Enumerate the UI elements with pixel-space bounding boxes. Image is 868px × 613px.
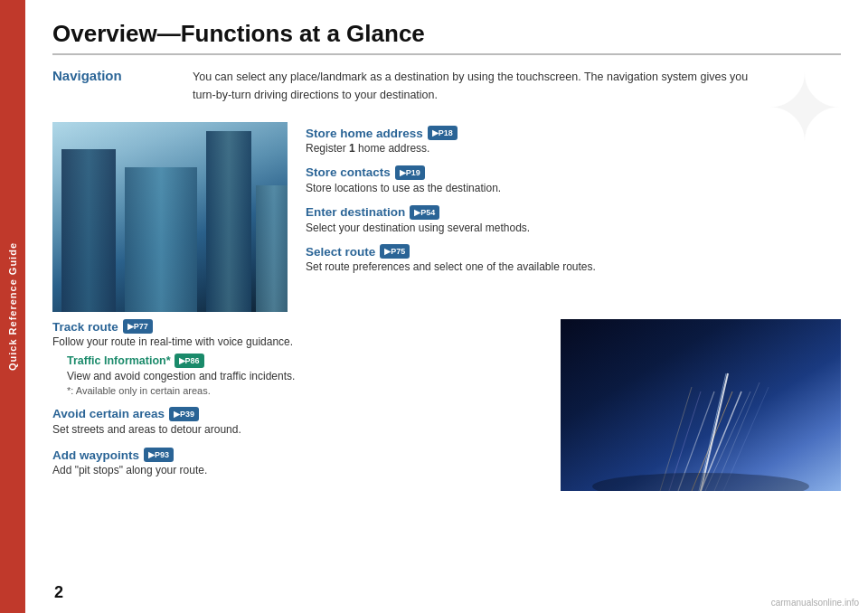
main-content: Overview—Functions at a Glance Navigatio…: [25, 0, 868, 613]
badge-p54: ▶P54: [410, 205, 439, 220]
feature-select-route: Select route ▶P75 Set route preferences …: [306, 244, 841, 275]
road-photo: [561, 319, 841, 491]
badge-p18: ▶P18: [428, 126, 458, 140]
feature-add-waypoints: Add waypoints ▶P93 Add "pit stops" along…: [52, 448, 542, 478]
sidebar-label: Quick Reference Guide: [7, 242, 18, 371]
badge-p77: ▶P77: [123, 319, 153, 334]
site-watermark: carmanualsonline.info: [771, 598, 859, 608]
traffic-title: Traffic Information* ▶P86: [67, 354, 542, 368]
traffic-note: *: Available only in certain areas.: [67, 385, 542, 396]
building-shape-1: [206, 131, 251, 312]
road-svg: [561, 319, 841, 491]
page-title: Overview—Functions at a Glance: [52, 20, 841, 55]
badge-p39: ▶P39: [169, 407, 199, 421]
svg-rect-0: [561, 319, 841, 491]
feature-select-route-title: Select route ▶P75: [306, 244, 841, 259]
feature-avoid-areas-title: Avoid certain areas ▶P39: [52, 407, 542, 421]
feature-avoid-areas: Avoid certain areas ▶P39 Set streets and…: [52, 407, 542, 438]
traffic-desc: View and avoid congestion and traffic in…: [67, 369, 542, 384]
feature-select-route-desc: Set route preferences and select one of …: [306, 259, 841, 275]
feature-store-contacts: Store contacts ▶P19 Store locations to u…: [306, 165, 841, 196]
compass-watermark: ✦: [750, 54, 859, 163]
feature-enter-destination-title: Enter destination ▶P54: [306, 205, 841, 220]
feature-avoid-areas-desc: Set streets and areas to detour around.: [52, 422, 542, 438]
feature-enter-destination-desc: Select your destination using several me…: [306, 221, 841, 236]
navigation-section: Navigation You can select any place/land…: [52, 68, 841, 104]
feature-track-route-desc: Follow your route in real-time with voic…: [52, 335, 542, 350]
nav-description: You can select any place/landmark as a d…: [193, 68, 841, 104]
feature-track-route-title: Track route ▶P77: [52, 319, 542, 334]
lower-section: Track route ▶P77 Follow your route in re…: [52, 319, 841, 491]
upper-content: Store home address ▶P18 Register 1 home …: [52, 122, 841, 312]
lower-feature-list: Track route ▶P77 Follow your route in re…: [52, 319, 542, 491]
feature-add-waypoints-desc: Add "pit stops" along your route.: [52, 463, 542, 478]
badge-p19: ▶P19: [395, 165, 425, 180]
feature-add-waypoints-title: Add waypoints ▶P93: [52, 448, 542, 462]
feature-store-contacts-title: Store contacts ▶P19: [306, 165, 841, 180]
nav-label: Navigation: [52, 68, 193, 104]
navigation-heading: Navigation: [52, 68, 122, 83]
sidebar-tab: Quick Reference Guide: [0, 0, 25, 613]
building-photo: [52, 122, 288, 312]
badge-p93: ▶P93: [144, 448, 174, 462]
feature-enter-destination: Enter destination ▶P54 Select your desti…: [306, 205, 841, 236]
building-shape-2: [256, 185, 288, 312]
feature-track-route: Track route ▶P77 Follow your route in re…: [52, 319, 542, 396]
page-number: 2: [54, 583, 63, 602]
traffic-info: Traffic Information* ▶P86 View and avoid…: [67, 354, 542, 396]
badge-p86: ▶P86: [175, 354, 204, 368]
badge-p75: ▶P75: [380, 244, 410, 259]
feature-store-contacts-desc: Store locations to use as the destinatio…: [306, 181, 841, 196]
